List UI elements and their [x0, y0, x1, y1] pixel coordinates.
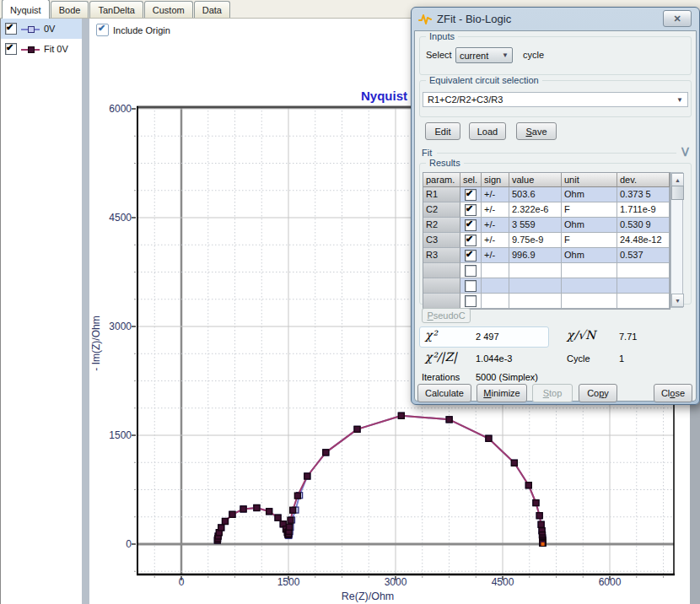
dev-cell: 0.537: [617, 248, 670, 263]
results-table-body: R1✔+/-503.6Ohm0.373 5C2✔+/-2.322e-6F1.71…: [423, 187, 670, 309]
cycle-select-value: current: [460, 51, 488, 61]
param-cell: R1: [423, 187, 460, 202]
table-row[interactable]: R2✔+/-3 559Ohm0.530 9: [423, 218, 670, 233]
save-button[interactable]: Save: [516, 122, 557, 140]
legend-item-0v[interactable]: ✔0V: [1, 19, 82, 39]
series-legend-panel: ✔0V✔Fit 0V: [0, 19, 82, 604]
sign-cell: +/-: [482, 202, 509, 218]
circuit-select-value: R1+C2/R2+C3/R3: [428, 94, 503, 105]
select-label: Select: [426, 50, 452, 60]
param-select-checkbox[interactable]: [465, 265, 477, 277]
param-select-checkbox[interactable]: ✔: [465, 235, 477, 246]
circuit-select[interactable]: R1+C2/R2+C3/R3 ▼: [423, 92, 688, 107]
sign-cell: [482, 263, 509, 278]
svg-text:0: 0: [126, 538, 132, 550]
table-row[interactable]: R3✔+/-996.9Ohm0.537: [423, 248, 670, 263]
stop-button: Stop: [532, 384, 573, 402]
column-header-sign[interactable]: sign: [482, 173, 509, 187]
dialog-titlebar[interactable]: ZFit - Bio-Logic ✕: [412, 8, 699, 30]
table-row[interactable]: C2✔+/-2.322e-6F1.711e-9: [423, 202, 670, 218]
table-row[interactable]: [423, 278, 670, 294]
value-cell: 2.322e-6: [509, 202, 562, 218]
tab-nyquist[interactable]: Nyquist: [2, 0, 50, 19]
value-cell: [509, 263, 562, 278]
unit-cell: Ohm: [562, 248, 617, 263]
svg-text:6000: 6000: [599, 576, 622, 588]
column-header-unit[interactable]: unit: [562, 173, 617, 187]
param-cell: [423, 263, 460, 278]
end-frequency-marker: [541, 542, 545, 546]
copy-button[interactable]: Copy: [579, 384, 617, 402]
dev-cell: [617, 294, 670, 309]
scroll-down-button[interactable]: ▼: [671, 294, 684, 307]
results-scrollbar[interactable]: ▲ ▼: [670, 172, 683, 308]
check-icon: ✔: [98, 23, 105, 34]
series-visibility-checkbox[interactable]: ✔: [5, 43, 17, 55]
panel-splitter[interactable]: [82, 19, 89, 604]
unit-cell: [562, 278, 617, 294]
param-cell: C3: [423, 233, 460, 248]
scroll-up-button[interactable]: ▲: [671, 173, 684, 186]
column-header-param[interactable]: param.: [423, 173, 460, 187]
include-origin-checkbox[interactable]: ✔: [96, 24, 109, 36]
param-select-checkbox[interactable]: [465, 280, 477, 292]
zfit-app-icon: [418, 13, 432, 25]
fit-section-header[interactable]: Fit ᐯ: [422, 148, 689, 158]
param-select-checkbox[interactable]: ✔: [465, 219, 477, 231]
table-row[interactable]: [423, 263, 670, 278]
iterations-label: Iterations: [422, 372, 460, 382]
svg-text:0: 0: [179, 576, 185, 588]
edit-button[interactable]: Edit: [425, 122, 460, 140]
series-visibility-checkbox[interactable]: ✔: [5, 23, 17, 35]
sign-cell: [482, 294, 509, 309]
sel-cell: ✔: [460, 202, 482, 218]
close-button[interactable]: ✕: [663, 10, 692, 27]
dev-cell: 0.373 5: [617, 187, 670, 202]
sel-cell: [460, 278, 482, 294]
zfit-dialog: ZFit - Bio-Logic ✕ Inputs Select current…: [411, 7, 700, 405]
value-cell: [509, 294, 562, 309]
dev-cell: 0.530 9: [617, 218, 670, 233]
param-select-checkbox[interactable]: ✔: [465, 250, 477, 262]
sel-cell: [460, 263, 482, 278]
table-row[interactable]: R1✔+/-503.6Ohm0.373 5: [423, 187, 670, 202]
column-header-sel[interactable]: sel.: [460, 173, 482, 187]
chart-title: Nyquist: [361, 89, 407, 103]
inputs-group: Inputs Select current ▼ cycle: [419, 36, 692, 75]
chevron-down-icon[interactable]: ᐯ: [681, 149, 689, 156]
check-icon: ✔: [466, 203, 473, 214]
results-table: param.sel.signvalueunitdev. R1✔+/-503.6O…: [423, 172, 670, 310]
param-cell: R2: [423, 218, 460, 233]
param-cell: R3: [423, 248, 460, 263]
close-dialog-button[interactable]: Close: [654, 384, 692, 402]
tab-bode[interactable]: Bode: [51, 1, 89, 18]
param-select-checkbox[interactable]: ✔: [465, 204, 477, 216]
calculate-button[interactable]: Calculate: [417, 384, 471, 402]
param-select-checkbox[interactable]: ✔: [465, 189, 477, 201]
load-button[interactable]: Load: [469, 122, 506, 140]
tab-data[interactable]: Data: [194, 1, 230, 18]
divider: [437, 153, 676, 154]
column-header-dev[interactable]: dev.: [617, 173, 670, 187]
check-icon: ✔: [6, 22, 13, 33]
tab-custom[interactable]: Custom: [144, 1, 193, 18]
include-origin-label: Include Origin: [113, 25, 170, 35]
check-icon: ✔: [6, 42, 13, 53]
circuit-group-label: Equivalent circuit selection: [426, 75, 542, 85]
legend-item-fit-0v[interactable]: ✔Fit 0V: [1, 39, 82, 59]
sign-cell: +/-: [482, 248, 509, 263]
check-icon: ✔: [466, 234, 473, 245]
minimize-fit-button[interactable]: Minimize: [477, 384, 527, 402]
table-row[interactable]: C3✔+/-9.75e-9F24.48e-12: [423, 233, 670, 248]
include-origin-option[interactable]: ✔ Include Origin: [96, 24, 170, 36]
scroll-thumb[interactable]: [671, 186, 684, 200]
cycle-select[interactable]: current ▼: [455, 47, 513, 63]
series-swatch-icon: [21, 46, 40, 53]
cycle-stat-value: 1: [619, 353, 624, 364]
dev-cell: [617, 278, 670, 294]
param-select-checkbox[interactable]: [465, 295, 477, 307]
column-header-value[interactable]: value: [509, 173, 562, 187]
tab-tandelta[interactable]: TanDelta: [89, 1, 143, 18]
table-row[interactable]: [423, 294, 670, 309]
series-swatch-icon: [21, 25, 40, 33]
